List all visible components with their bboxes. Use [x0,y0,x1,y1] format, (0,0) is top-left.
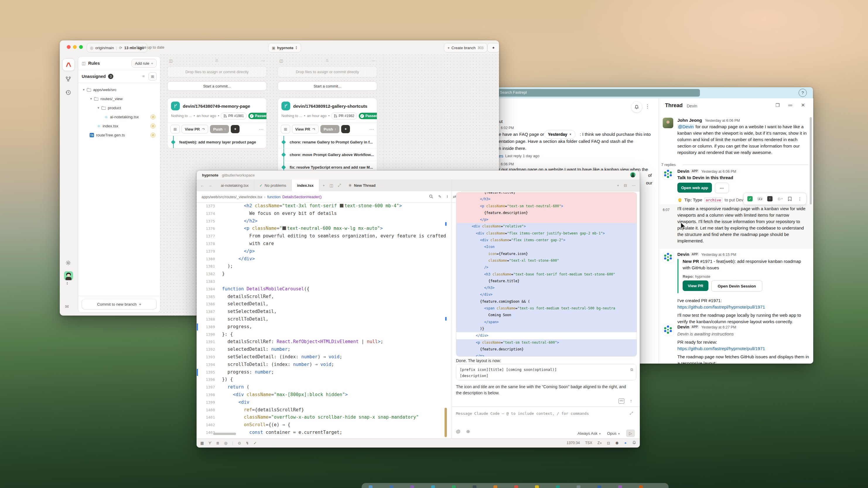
open-in-window-icon[interactable]: ❐ [775,102,780,108]
devin-avatar[interactable] [663,169,674,180]
ok-icon[interactable]: ✓ [254,441,257,445]
dock-app-icon[interactable] [410,485,414,488]
custom-emoji-icon[interactable]: ! [766,195,773,202]
mention-icon[interactable]: @ [456,429,460,434]
tree-item-ai-notetaking-tsx[interactable]: ⚛ai-notetaking.tsx⊘ [78,112,160,122]
tree-item-apps-web-src[interactable]: ▼apps/web/src [78,85,160,94]
cursor-position[interactable]: 1370:34 [567,441,580,445]
view-pr-button[interactable]: View PR [683,281,708,291]
close-icon[interactable]: ✕ [801,102,805,108]
dock-app-icon[interactable] [369,485,372,488]
zoom-window-button[interactable] [79,45,83,49]
claude-collapse-icon[interactable]: ⊟ [624,183,627,188]
minimize-window-button[interactable] [73,45,77,49]
branch-menu-icon[interactable]: ⋯ [369,127,374,132]
dock-app-icon[interactable] [577,485,581,488]
help-icon[interactable]: ? [799,89,807,97]
tree-view-toggle[interactable]: ⊞ [149,72,157,80]
view-pr-button[interactable]: View PR [292,125,319,133]
claude-pane-title[interactable]: New Thread [354,183,376,188]
outline-icon[interactable]: ≣ [216,441,219,445]
add-comment-button[interactable]: ⊞ [170,125,180,133]
ci-status-pill[interactable]: ✓Passed [359,113,377,119]
push-button[interactable]: Push ↑ [210,125,229,133]
permission-mode-select[interactable]: Always Ask ▼ [578,431,601,435]
claude-input[interactable]: Message Claude Code — @ to include conte… [456,411,589,416]
date-divider-pill[interactable]: Yesterday▼ [544,130,576,139]
dock-app-icon[interactable] [535,485,539,488]
dock-app-icon[interactable] [473,485,476,488]
devin-avatar[interactable] [663,252,674,263]
pr-link[interactable]: https://github.com/fastrepl/hyprnote/pul… [677,304,765,310]
branch-name[interactable]: devin/1764380912-gallery-shortcuts [293,104,367,108]
pr-pill[interactable]: PR #1981 [221,112,246,120]
copilot-spark-icon[interactable]: ✦ [624,441,627,445]
tree-item-routes-view[interactable]: ▼routes/_view [78,94,160,103]
gitbutler-logo-icon[interactable] [62,59,75,71]
mention[interactable]: @Devin [677,124,694,129]
user-avatar[interactable] [64,271,73,281]
start-commit-button[interactable]: Start a commit... [167,82,267,91]
editor-titlebar[interactable]: hyprnote gitbutler/workspace [197,171,640,180]
check-reaction-icon[interactable]: ✓ [746,195,753,202]
more-options-icon[interactable]: ⋮ [645,103,650,109]
search-icon[interactable] [429,194,433,199]
dock-app-icon[interactable] [390,485,393,488]
tab-index-tsx[interactable]: index.tsx [292,180,319,191]
start-commit-button[interactable]: Start a commit... [278,82,377,91]
panel-grid-icon[interactable]: ▦ [200,441,204,445]
lane-menu-icon[interactable]: ⋯ [372,59,375,63]
claude-more-icon[interactable]: ⋯ [632,183,636,188]
model-select[interactable]: Opus ▼ [607,431,620,435]
workspace-selector[interactable]: ▣ hyprnote ▲▼ [268,43,301,53]
wrap-indicator[interactable]: Z» [597,441,602,445]
open-devin-session-button[interactable]: Open Devin Session [711,281,762,292]
dock-app-icon[interactable] [597,485,601,488]
timestamp[interactable]: Yesterday at 6:06 PM [701,169,736,173]
actions-icon[interactable]: ↯ [246,441,249,445]
avatar[interactable] [663,118,673,128]
more-actions-icon[interactable]: ⋮ [796,195,803,202]
list-view-toggle[interactable]: ≡ [140,72,147,80]
terminal-icon[interactable]: ⊡ [607,441,610,445]
code-editor[interactable]: 1373 <h2 className="text-3xl font-serif … [197,202,449,438]
notifications-bell-icon[interactable] [631,102,642,112]
commit-item[interactable]: feat(web): add memory layer product page [167,136,267,148]
more-actions-button[interactable]: ··· [715,183,729,193]
language-mode[interactable]: TSX [585,441,592,445]
tree-item-product[interactable]: ▼product [78,103,160,112]
lane-drag-handle[interactable]: ⠿ [215,59,219,63]
debug-icon[interactable]: ⚉ [615,441,619,445]
markdown-icon[interactable]: MD [619,398,624,404]
pr-pill[interactable]: PR #1982 [331,112,357,120]
expand-input-icon[interactable]: ⤢ [630,411,633,416]
pr-link[interactable]: https://github.com/fastrepl/hyprnote/pul… [677,346,765,352]
add-comment-button[interactable]: ⊞ [281,125,290,133]
tab-ai-notetaking[interactable]: ai-notetaking.tsx [216,180,254,191]
cursor-icon[interactable]: I [446,194,448,199]
history-icon[interactable] [62,87,74,98]
bot-name[interactable]: Devin [677,324,689,329]
search-status-icon[interactable]: ⊙ [238,441,241,445]
timestamp[interactable]: Yesterday at 6:06 PM [705,119,740,123]
new-tab-icon[interactable]: + [323,183,325,188]
tab-no-problems[interactable]: ✓No problems [254,180,292,191]
code-scrollbar-thumb[interactable] [444,408,447,437]
tree-item-routetree-gen-ts[interactable]: TSrouteTree.gen.ts⊘ [78,131,160,140]
ai-actions-button[interactable]: ✦ [487,43,499,53]
ai-commit-button[interactable]: ✦ [231,125,240,133]
add-reaction-icon[interactable]: ☺+ [776,195,783,202]
settings-gear-icon[interactable] [62,257,74,269]
open-web-app-button[interactable]: Open web app [677,183,712,193]
lane-collapse-icon[interactable]: ◫ [279,59,283,63]
bell-icon[interactable] [632,441,636,446]
timestamp[interactable]: Yesterday at 6:27 PM [701,325,736,329]
close-window-button[interactable] [67,45,70,49]
ai-commit-button[interactable]: ✦ [341,125,350,133]
branches-icon[interactable] [62,73,74,85]
dock-app-icon[interactable] [452,485,456,488]
dock-app-icon[interactable] [493,485,497,488]
view-pr-button[interactable]: View PR [182,125,208,133]
claude-new-icon[interactable]: + [617,183,619,188]
commit-item[interactable]: chore: move Prompt Gallery above Workflo… [278,149,377,161]
